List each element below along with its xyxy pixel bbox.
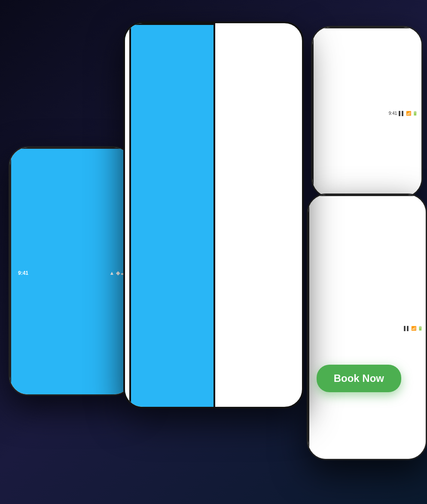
status-icons-center: ▌▌📶🔋: [123, 24, 131, 409]
status-bar-right-bottom: ▌▌ 📶 🔋: [308, 195, 427, 460]
time-left: 9:41: [18, 270, 28, 276]
status-bar-left: 9:41 ▲ ◆ ▬: [10, 148, 133, 396]
phone-center: 9:41 ▌▌📶🔋 ▾: [123, 22, 304, 409]
status-bar-center: 9:41 ▌▌📶🔋: [123, 23, 215, 409]
phone-right-bottom: ▌▌ 📶 🔋: [307, 194, 427, 460]
phone-right-top: 9:41 ▌▌ 📶 🔋 Packing List ✔ Europe Trip A…: [311, 26, 423, 198]
book-now-button[interactable]: Book Now: [317, 365, 401, 392]
phone-left: 9:41 ▲ ◆ ▬ ‹ Itir Europe Trip Aug 8 - A.…: [9, 146, 133, 396]
status-bar-right-top: 9:41 ▌▌ 📶 🔋: [312, 27, 423, 198]
